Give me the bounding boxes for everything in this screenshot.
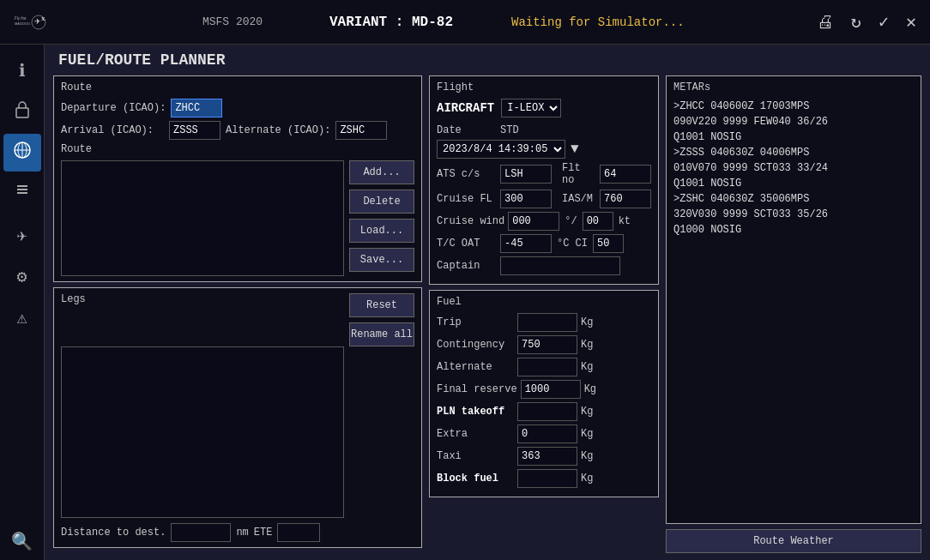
legs-panel-box: Legs Reset Rename all Distance to dest. … [53,287,422,548]
fltno-input[interactable] [600,165,651,184]
metar-box: METARs >ZHCC 040600Z 17003MPS 090V220 99… [666,75,921,524]
svg-text:✈: ✈ [34,17,41,26]
trip-input[interactable] [517,313,577,332]
svg-text:Fly the: Fly the [15,16,27,21]
taxi-input[interactable] [517,447,577,466]
taxi-label: Taxi [437,450,514,462]
block-fuel-label: Block fuel [437,473,514,485]
sidebar-item-info[interactable]: ℹ [3,51,41,89]
rename-all-button[interactable]: Rename all [349,322,414,346]
tcoat-input[interactable] [500,234,552,253]
lock-icon [14,99,31,123]
captain-input[interactable] [500,256,620,275]
kt-label: kt [619,215,631,227]
fltno-label: Flt no [562,162,596,186]
refresh-icon[interactable]: ↻ [851,11,861,33]
fuel-panel-title: Fuel [437,296,651,308]
route-panel-title: Route [61,81,414,93]
variant-label: VARIANT : MD-82 [323,15,460,30]
delete-button[interactable]: Delete [349,190,414,214]
cruisefl-input[interactable] [500,190,552,208]
ete-input[interactable] [277,523,320,542]
add-button[interactable]: Add... [349,160,414,184]
date-label: Date [437,124,497,136]
date-select[interactable]: 2023/8/4 14:39:05 [437,140,565,159]
alternate-fuel-input[interactable] [517,358,577,376]
arrival-row: Arrival (ICAO): Alternate (ICAO): [61,121,414,140]
contingency-input[interactable] [517,335,577,354]
wind-label: Cruise wind [437,215,504,227]
search-icon: 🔍 [11,531,33,552]
reset-button[interactable]: Reset [349,293,414,317]
sidebar: ℹ [0,45,45,560]
ats-input[interactable] [500,165,552,184]
arrival-label: Arrival (ICAO): [61,124,164,136]
extra-label: Extra [437,428,514,440]
main-layout: ℹ [0,45,930,560]
aircraft-select[interactable]: I-LEOX [501,99,561,117]
degree-label: °/ [565,215,577,227]
check-icon[interactable]: ✓ [879,11,889,33]
route-textarea[interactable] [61,160,344,276]
contingency-label: Contingency [437,339,514,351]
wind-dir-input[interactable] [508,212,559,231]
departure-input[interactable] [171,99,222,117]
cruisefl-row: Cruise FL IAS/M [437,190,651,208]
final-reserve-input[interactable] [521,380,581,399]
pln-takeoff-label: PLN takeoff [437,406,514,418]
celsius-label: °C CI [557,238,588,250]
route-text-area: Add... Delete Load... Save... [61,160,414,276]
aircraft-row: AIRCRAFT I-LEOX [437,99,651,117]
sidebar-item-tools[interactable] [3,175,41,213]
block-fuel-input[interactable] [517,469,577,488]
contingency-kg: Kg [581,339,593,351]
sidebar-item-warning[interactable]: ⚠ [3,298,41,336]
block-fuel-kg: Kg [581,473,593,485]
load-button[interactable]: Load... [349,219,414,243]
alternate-input[interactable] [335,121,387,140]
trip-row: Trip Kg [437,313,651,332]
print-icon[interactable]: 🖨 [817,12,834,33]
wind-speed-input[interactable] [583,212,613,231]
sidebar-item-plane[interactable]: ✈ [3,216,41,254]
distance-input[interactable] [171,523,231,542]
sidebar-item-lock[interactable] [3,93,41,130]
sidebar-item-settings[interactable]: ⚙ [3,257,41,295]
tcoat-label: T/C OAT [437,238,497,250]
map-icon [13,141,32,165]
info-icon: ℹ [19,60,26,81]
extra-input[interactable] [517,425,577,443]
plane-icon: ✈ [16,225,27,246]
svg-text:X: X [41,16,45,21]
sidebar-item-map[interactable] [3,134,41,172]
nm-label: nm [236,527,248,539]
taxi-kg: Kg [581,450,593,462]
arrival-input[interactable] [169,121,220,140]
route-weather-button[interactable]: Route Weather [666,529,921,553]
iasm-input[interactable] [600,190,651,208]
departure-row: Departure (ICAO): [61,99,414,117]
flight-box: Flight AIRCRAFT I-LEOX Date STD 2023/8/4 [429,75,659,285]
svg-rect-5 [16,108,28,117]
close-icon[interactable]: ✕ [906,11,916,33]
date-row: Date STD [437,124,651,136]
route-panel: Route Departure (ICAO): Arrival (ICAO): … [53,75,422,553]
alternate-fuel-row: Alternate Kg [437,358,651,376]
tcoat-row: T/C OAT °C CI [437,234,651,253]
metar-content: >ZHCC 040600Z 17003MPS 090V220 9999 FEW0… [673,99,914,518]
save-button[interactable]: Save... [349,248,414,272]
final-reserve-row: Final reserve Kg [437,380,651,399]
pln-takeoff-input[interactable] [517,402,577,421]
sidebar-item-search[interactable]: 🔍 [3,522,41,560]
legs-box: Legs Reset Rename all Distance to dest. … [53,287,422,553]
legs-textarea[interactable] [61,346,344,518]
ats-row: ATS c/s Flt no [437,162,651,186]
extra-kg: Kg [581,428,593,440]
final-reserve-label: Final reserve [437,383,517,395]
flight-panel-title: Flight [437,81,651,93]
fuel-box: Fuel Trip Kg Contingency Kg Alternate [429,290,659,497]
warning-icon: ⚠ [16,307,27,328]
metar-panel-title: METARs [673,81,914,93]
ci-input[interactable] [593,234,624,253]
std-label: STD [500,124,543,136]
